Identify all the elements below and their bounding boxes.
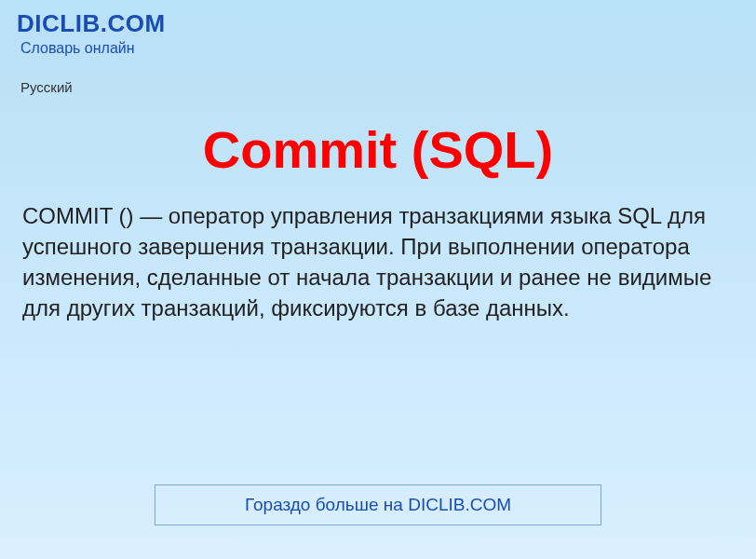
definition-text: COMMIT () — оператор управления транзакц… bbox=[0, 200, 756, 323]
header: DICLIB.COM Словарь онлайн Русский bbox=[0, 0, 756, 99]
tagline: Словарь онлайн bbox=[20, 40, 739, 57]
footer-cta-box[interactable]: Гораздо больше на DICLIB.COM bbox=[155, 484, 601, 525]
page-title: Commit (SQL) bbox=[0, 119, 756, 180]
site-name[interactable]: DICLIB.COM bbox=[17, 9, 739, 38]
footer-cta-text: Гораздо больше на DICLIB.COM bbox=[245, 495, 511, 514]
language-selector[interactable]: Русский bbox=[20, 79, 739, 95]
